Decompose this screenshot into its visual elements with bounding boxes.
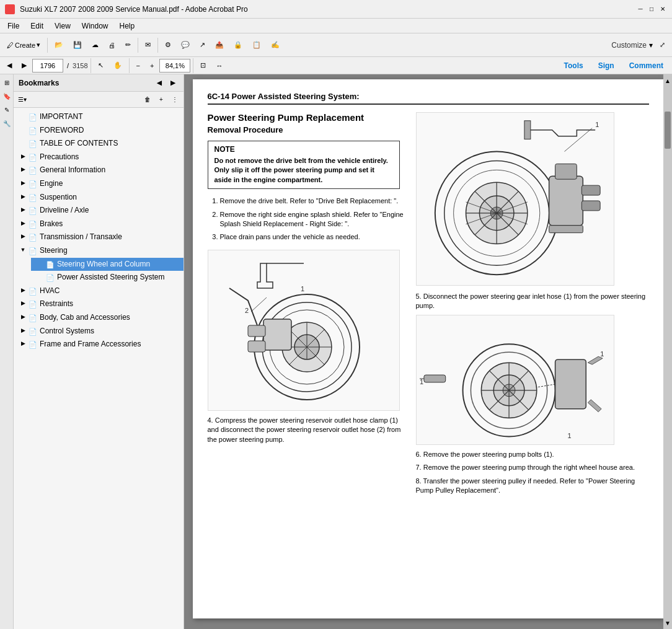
window-controls[interactable]: ─ □ ✕ [636, 5, 667, 14]
next-page-button[interactable]: ▶ [17, 57, 31, 74]
prev-page-button[interactable]: ◀ [2, 57, 16, 74]
create-button[interactable]: 🖊 Create ▾ [2, 37, 45, 54]
protect-button[interactable]: 🔒 [229, 37, 247, 54]
sidebar-item-restraints[interactable]: ▶ 📄 Restraints [14, 297, 183, 311]
print-button[interactable]: 🖨 [104, 37, 120, 54]
sidebar-item-body-cab[interactable]: ▶ 📄 Body, Cab and Accessories [14, 311, 183, 325]
sidebar-add-button[interactable]: + [155, 94, 167, 106]
save-button[interactable]: 💾 [69, 37, 86, 54]
sidebar-label-foreword: FOREWORD [40, 126, 181, 136]
scroll-up-button[interactable]: ▲ [663, 74, 672, 87]
page-subtitle: Removal Procedure [208, 125, 406, 134]
sidebar-item-hvac[interactable]: ▶ 📄 HVAC [14, 284, 183, 298]
sidebar-label-engine: Engine [40, 179, 181, 189]
annotation-icon[interactable]: ✎ [1, 104, 12, 115]
step7-text: 7. Remove the power steering pump throug… [416, 463, 649, 472]
email-button[interactable]: ✉ [141, 37, 155, 54]
sidebar-more-button[interactable]: ⋮ [169, 94, 181, 106]
forms-button[interactable]: 📋 [248, 37, 265, 54]
sidebar-delete-button[interactable]: 🗑 [141, 94, 154, 106]
sidebar-item-power-assisted[interactable]: 📄 Power Assisted Steering System [31, 271, 183, 284]
sign-button[interactable]: Sign [592, 58, 621, 73]
tools-button[interactable]: Tools [558, 58, 590, 73]
bookmark-icon: 📄 [29, 180, 37, 188]
sidebar-label-hvac: HVAC [40, 286, 181, 296]
step-3: Place drain pans under the vehicle as ne… [220, 232, 406, 242]
export-button[interactable]: 📤 [211, 37, 228, 54]
hand-tool[interactable]: ✋ [109, 57, 126, 74]
right-tools: Tools Sign Comment [558, 58, 670, 73]
window-title: Suzuki XL7 2007 2008 2009 Service Manual… [20, 5, 248, 14]
zoom-input[interactable] [159, 59, 190, 73]
sidebar-menu-button[interactable]: ☰▾ [16, 94, 29, 106]
sidebar-item-general-info[interactable]: ▶ 📄 General Information [14, 164, 183, 177]
toolbar-separator-2 [138, 38, 138, 53]
zoom-in-button[interactable]: + [146, 57, 158, 74]
diagram-pump-bottom: 1 1 1 [416, 315, 614, 445]
tools-panel-icon[interactable]: 🔧 [1, 118, 12, 129]
expand-icon: ▶ [19, 153, 27, 161]
expand-icon: ▶ [19, 220, 27, 227]
expand-icon: ▶ [19, 340, 27, 348]
scroll-down-button[interactable]: ▼ [663, 617, 672, 629]
menu-help[interactable]: Help [115, 20, 140, 32]
menu-window[interactable]: Window [77, 20, 113, 32]
section-header: 6C-14 Power Assisted Steering System: [208, 92, 649, 105]
sidebar-item-important[interactable]: 📄 IMPORTANT [14, 110, 183, 124]
sidebar-item-brakes[interactable]: ▶ 📄 Brakes [14, 218, 183, 231]
open-button[interactable]: 📂 [50, 37, 68, 54]
bookmark-icon: 📄 [29, 327, 37, 336]
share-button[interactable]: ↗ [195, 37, 210, 54]
bookmark-panel-icon[interactable]: 🔖 [1, 90, 12, 102]
settings-button[interactable]: ⚙ [161, 37, 175, 54]
bookmark-icon: 📄 [29, 340, 37, 349]
sidebar-item-suspension[interactable]: ▶ 📄 Suspention [14, 191, 183, 205]
sidebar-expand-button[interactable]: ▶ [167, 77, 179, 89]
sidebar-item-steering-wheel[interactable]: 📄 Steering Wheel and Column [31, 258, 183, 271]
sidebar-item-steering[interactable]: ▼ 📄 Steering [14, 244, 183, 258]
sidebar-collapse-button[interactable]: ◀ [154, 77, 165, 89]
scrollbar[interactable]: ▲ ▼ [663, 74, 672, 629]
expand-button[interactable]: ⤢ [655, 37, 670, 54]
zoom-out-button[interactable]: − [132, 57, 144, 74]
svg-rect-38 [423, 375, 445, 382]
sidebar-item-transmission[interactable]: ▶ 📄 Transmission / Transaxle [14, 231, 183, 244]
menu-view[interactable]: View [50, 20, 76, 32]
sidebar-item-toc[interactable]: 📄 TABLE OF CONTENTS [14, 137, 183, 151]
fit-width-button[interactable]: ↔ [211, 57, 227, 74]
sidebar-label-body-cab: Body, Cab and Accessories [40, 313, 181, 323]
sidebar-item-control-systems[interactable]: ▶ 📄 Control Systems [14, 325, 183, 338]
steps-list: Remove the drive belt. Refer to "Drive B… [208, 196, 406, 242]
upload-button[interactable]: ☁ [87, 37, 103, 54]
nav-separator [91, 58, 91, 73]
minimize-button[interactable]: ─ [636, 5, 645, 14]
fit-page-button[interactable]: ⊡ [196, 57, 210, 74]
maximize-button[interactable]: □ [647, 5, 656, 14]
expand-icon: ▶ [19, 206, 27, 214]
menu-edit[interactable]: Edit [25, 20, 48, 32]
menu-file[interactable]: File [2, 20, 24, 32]
close-button[interactable]: ✕ [658, 5, 667, 14]
sidebar-item-driveline[interactable]: ▶ 📄 Driveline / Axle [14, 204, 183, 218]
edit-button[interactable]: ✏ [121, 37, 135, 54]
sidebar-label-general-info: General Information [40, 165, 181, 175]
sidebar-item-foreword[interactable]: 📄 FOREWORD [14, 124, 183, 138]
sidebar-item-frame[interactable]: ▶ 📄 Frame and Frame Accessories [14, 338, 183, 351]
svg-text:1: 1 [600, 351, 604, 358]
svg-rect-14 [248, 341, 265, 352]
sign-tool[interactable]: ✍ [267, 37, 284, 54]
expand-icon: ▶ [19, 327, 27, 335]
sidebar-item-engine[interactable]: ▶ 📄 Engine [14, 177, 183, 191]
select-tool[interactable]: ↖ [94, 57, 108, 74]
svg-rect-31 [555, 164, 577, 179]
comment-tool[interactable]: 💬 [177, 37, 194, 54]
content-left: Power Steering Pump Replacement Removal … [208, 112, 406, 499]
page-number-input[interactable] [32, 59, 63, 73]
sidebar-label-brakes: Brakes [40, 219, 181, 229]
comment-button[interactable]: Comment [623, 58, 670, 73]
sidebar-label-precautions: Precautions [40, 152, 181, 162]
scroll-thumb[interactable] [665, 112, 671, 149]
sidebar-item-precautions[interactable]: ▶ 📄 Precautions [14, 151, 183, 164]
panel-toggle-button[interactable]: ⊞ [1, 77, 12, 88]
title-bar: Suzuki XL7 2007 2008 2009 Service Manual… [0, 0, 672, 19]
